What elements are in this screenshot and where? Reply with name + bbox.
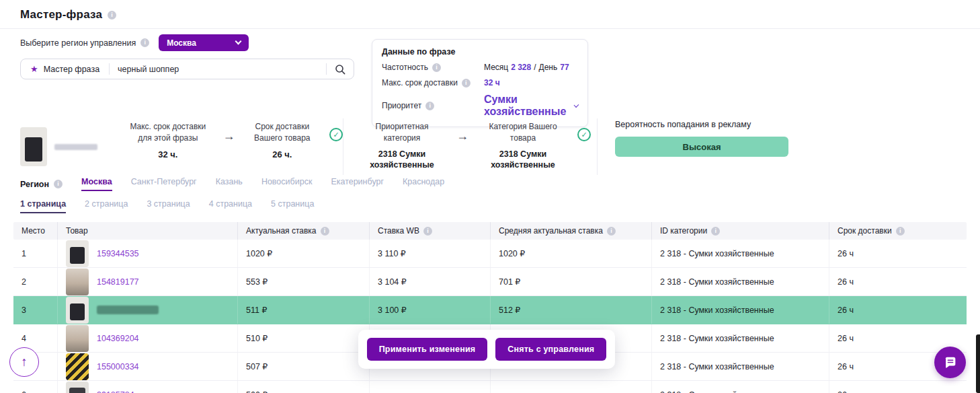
region-tabs: МоскваСанкт-ПетербургКазаньНовосибирскЕк…	[81, 177, 444, 191]
search-input[interactable]	[110, 65, 326, 74]
product-thumbnail[interactable]	[66, 297, 89, 324]
page-tab-4[interactable]: 4 страница	[209, 199, 252, 213]
delivery-cell: 26 ч	[829, 268, 967, 295]
wb-bid-cell: 3 110 ₽	[370, 240, 491, 267]
avg-bid-cell: 1020 ₽	[491, 240, 652, 267]
info-icon[interactable]: i	[711, 227, 720, 236]
product-link[interactable]: 159344535	[97, 249, 139, 258]
region-tab-3[interactable]: Казань	[216, 177, 243, 191]
region-control-label-wrap: Выберите регион управления i	[20, 38, 149, 48]
check-icon: ✓	[577, 128, 591, 141]
your-delivery-label: Срок доставки Вашего товара	[249, 121, 316, 144]
info-icon[interactable]: i	[54, 180, 63, 188]
delivery-cell: 26 ч	[829, 381, 967, 393]
priority-category-value: 2318 Сумки хозяйственные	[361, 149, 443, 172]
your-delivery-col: Срок доставки Вашего товара 26 ч.	[249, 121, 316, 160]
page-tab-1[interactable]: 1 страница	[20, 199, 66, 213]
table-row[interactable]: 2154819177553 ₽3 104 ₽701 ₽2 318 - Сумки…	[13, 268, 967, 296]
summary-product-thumbnail[interactable]	[20, 127, 47, 166]
page-tab-5[interactable]: 5 страница	[271, 199, 314, 213]
column-header-label: Товар	[66, 226, 88, 236]
region-tab-2[interactable]: Санкт-Петербург	[131, 177, 197, 191]
product-thumbnail[interactable]	[66, 240, 89, 267]
product-link[interactable]: 104369204	[97, 334, 139, 343]
frequency-value: Месяц 2 328 / День 77	[484, 63, 569, 72]
search-button[interactable]	[327, 59, 354, 79]
region-tab-1[interactable]: Москва	[81, 177, 112, 191]
your-category-label: Категория Вашего товара	[482, 121, 564, 144]
your-delivery-value: 26 ч.	[272, 149, 292, 161]
category-comparison-card: Приоритетная категория 2318 Сумки хозяйс…	[343, 118, 597, 175]
column-header: Место	[13, 222, 58, 240]
divider	[0, 28, 980, 29]
arrow-right-icon: →	[223, 129, 235, 143]
product-summary: Макс. срок доставки для этой фразы 32 ч.…	[20, 118, 960, 175]
avg-bid-cell: 701 ₽	[491, 268, 652, 295]
info-icon[interactable]: i	[425, 102, 434, 110]
wb-bid-cell	[370, 381, 491, 393]
region-dropdown[interactable]: Москва	[159, 34, 249, 51]
info-icon[interactable]: i	[321, 227, 329, 236]
chevron-down-icon	[574, 102, 579, 108]
page-tab-2[interactable]: 2 страница	[85, 199, 128, 213]
product-thumbnail[interactable]	[66, 382, 89, 393]
table-row[interactable]: 11593445351020 ₽3 110 ₽1020 ₽2 318 - Сум…	[13, 240, 967, 268]
scroll-to-top-button[interactable]: ↑	[9, 347, 39, 377]
column-header: Средняя актуальная ставкаi	[491, 222, 652, 240]
region-tab-4[interactable]: Новосибирск	[261, 177, 312, 191]
page-tab-3[interactable]: 3 страница	[147, 199, 190, 213]
phrase-delivery-col: Макс. срок доставки для этой фразы 32 ч.	[126, 121, 210, 160]
product-thumbnail[interactable]	[66, 353, 89, 380]
summary-product	[20, 118, 110, 175]
probability-badge: Высокая	[615, 137, 788, 157]
product-thumbnail[interactable]	[66, 325, 89, 352]
info-icon[interactable]: i	[462, 79, 471, 87]
info-icon[interactable]: i	[607, 227, 616, 236]
region-tab-6[interactable]: Краснодар	[403, 177, 444, 191]
actual-bid-cell: 500 ₽	[238, 381, 370, 393]
product-cell: 154819177	[58, 268, 238, 295]
search-bar[interactable]: ★ Мастер фраза	[20, 59, 354, 79]
chat-bubble-icon	[943, 355, 958, 370]
product-thumbnail[interactable]	[66, 269, 89, 295]
product-link[interactable]: 155000334	[97, 362, 139, 371]
column-header-label: Средняя актуальная ставка	[499, 226, 603, 236]
info-icon[interactable]: i	[423, 227, 432, 236]
priority-dropdown[interactable]: Сумки хозяйственные	[484, 94, 578, 118]
chevron-down-icon	[235, 38, 242, 45]
column-header: Актуальная ставкаi	[238, 222, 370, 240]
month-value: 2 328	[511, 63, 531, 72]
arrow-up-icon: ↑	[21, 355, 28, 369]
column-header-label: ID категории	[660, 226, 707, 236]
place-cell: 6	[13, 381, 58, 393]
priority-value: Сумки хозяйственные	[484, 94, 571, 118]
frequency-row: Частотность i Месяц 2 328 / День 77	[382, 63, 578, 72]
frequency-label: Частотность	[382, 63, 428, 72]
remove-from-management-button[interactable]: Снять с управления	[495, 338, 606, 361]
info-icon[interactable]: i	[432, 63, 441, 72]
product-link[interactable]: 154819177	[97, 277, 139, 287]
star-icon: ★	[30, 64, 38, 74]
phrase-delivery-value: 32 ч.	[158, 149, 177, 161]
priority-row: Приоритет i Сумки хозяйственные	[382, 94, 578, 118]
region-tab-5[interactable]: Екатеринбург	[331, 177, 384, 191]
page-title: Мастер-фраза	[20, 8, 102, 22]
table-row[interactable]: 3511 ₽3 100 ₽512 ₽2 318 - Сумки хозяйств…	[13, 296, 967, 324]
category-cell: 2 318 - Сумки хозяйственные	[652, 240, 829, 267]
table-row[interactable]: 639185784500 ₽2 318 - Сумки хозяйственны…	[13, 381, 967, 393]
info-icon[interactable]: i	[108, 11, 116, 20]
product-link[interactable]: 39185784	[97, 390, 134, 393]
place-cell: 1	[13, 240, 58, 267]
actual-bid-cell: 553 ₽	[238, 268, 370, 295]
redacted-product-name	[54, 144, 97, 150]
apply-changes-button[interactable]: Применить изменения	[367, 338, 488, 361]
priority-category-col: Приоритетная категория 2318 Сумки хозяйс…	[361, 121, 443, 171]
delivery-cell: 26 ч	[829, 240, 967, 267]
table-header: МестоТоварАктуальная ставкаiСтавка WBiСр…	[13, 222, 967, 240]
chat-button[interactable]	[934, 347, 966, 378]
place-cell: 2	[13, 268, 58, 295]
info-icon[interactable]: i	[896, 227, 905, 236]
priority-label-wrap: Приоритет i	[382, 101, 484, 110]
info-icon[interactable]: i	[140, 38, 149, 47]
category-cell: 2 318 - Сумки хозяйственные	[652, 381, 829, 393]
